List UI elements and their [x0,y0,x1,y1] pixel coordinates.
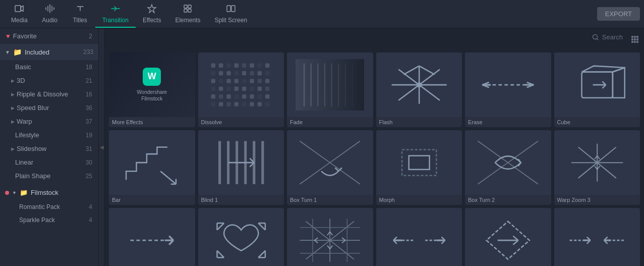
svg-rect-54 [242,94,246,99]
sidebar-item-ripple[interactable]: ▶ Ripple & Dissolve 16 [0,87,98,101]
flash-label: Flash [376,117,462,127]
erase-thumb [465,52,551,117]
transition-more-effects[interactable]: W WondershareFilmstock More Effects [109,52,195,127]
col-merge-thumb [554,208,640,266]
fade-label: Fade [287,117,373,127]
svg-rect-28 [226,71,231,76]
svg-rect-11 [636,36,638,38]
svg-rect-59 [218,102,223,107]
sidebar-item-warp[interactable]: ▶ Warp 37 [0,115,98,128]
svg-rect-50 [211,94,215,99]
toolbar-item-elements[interactable]: Elements [168,0,207,28]
transition-warp-zoom-3[interactable]: Warp Zoom 3 [554,130,640,205]
transition-box-turn-1[interactable]: Box Turn 1 [287,130,373,205]
svg-rect-57 [265,94,269,99]
3d-count: 21 [86,77,92,84]
transition-evaporate-2[interactable]: Evaporate 2 [465,208,551,266]
transition-morph[interactable]: Morph [376,130,462,205]
transition-fade[interactable]: Fade [287,52,373,127]
svg-rect-29 [234,71,239,76]
transition-blind1[interactable]: Blind 1 [198,130,284,205]
bar-label: Bar [109,195,195,205]
export-button[interactable]: EXPORT [597,7,640,21]
folder-icon-filmstock: 📁 [20,189,28,196]
svg-rect-34 [211,79,215,83]
filmstock-label: Filmstock [31,189,58,196]
sidebar-item-3d[interactable]: ▶ 3D 21 [0,74,98,87]
svg-rect-19 [218,63,223,68]
sidebar-item-favorite[interactable]: ♥ Favorite 2 [0,28,98,44]
sidebar-item-speed-blur[interactable]: ▶ Speed Blur 36 [0,101,98,115]
transition-box-turn-2[interactable]: Box Turn 2 [465,130,551,205]
svg-rect-9 [631,36,633,38]
warp-zoom-3-label: Warp Zoom 3 [554,195,640,205]
flash-thumb [376,52,462,117]
svg-rect-27 [218,71,223,76]
toolbar-item-media[interactable]: Media [4,0,35,28]
toolbar-item-audio[interactable]: Audio [35,0,65,28]
transition-flash[interactable]: Flash [376,52,462,127]
svg-rect-6 [227,6,230,12]
transition-erase-slide[interactable]: Erase Slide [109,208,195,266]
warp-zoom-3-thumb [554,130,640,195]
transition-col-split[interactable]: Col Split [376,208,462,266]
svg-rect-44 [226,86,231,91]
evaporate-2-thumb [465,208,551,266]
toolbar-item-titles[interactable]: Titles [65,0,95,28]
transition-icon [110,4,121,15]
warp-label: Warp [17,118,32,125]
sidebar-item-lifestyle[interactable]: Lifestyle 19 [0,128,98,142]
sparkle-pack-label: Sparkle Pack [19,217,55,224]
sidebar-item-slideshow[interactable]: ▶ Slideshow 31 [0,142,98,155]
split-screen-label: Split Screen [214,17,247,23]
svg-rect-7 [231,6,235,12]
heart-icon: ♥ [6,32,10,40]
transition-label: Transition [102,17,129,23]
transition-erase[interactable]: Erase [465,52,551,127]
more-effects-label: More Effects [109,117,195,127]
sidebar-item-sparkle-pack[interactable]: Sparkle Pack 4 [0,214,98,227]
media-label: Media [11,17,28,23]
toolbar-item-effects[interactable]: Effects [136,0,168,28]
svg-point-82 [417,82,422,87]
ripple-count: 16 [86,91,92,98]
transition-bar[interactable]: Bar [109,130,195,205]
transition-heart[interactable]: Heart [198,208,284,266]
sidebar-collapse-handle[interactable]: ◀ [99,28,105,266]
sidebar-item-included[interactable]: ▼ 📁 Included 233 [0,44,98,60]
search-bar[interactable]: Search [592,33,623,41]
svg-rect-0 [15,6,21,12]
svg-rect-17 [636,41,638,43]
svg-rect-43 [218,86,223,91]
svg-rect-42 [211,86,215,91]
toolbar-item-split-screen[interactable]: Split Screen [207,0,254,28]
lifestyle-count: 19 [86,132,92,139]
erase-slide-thumb [109,208,195,266]
svg-rect-36 [226,79,231,83]
sidebar-item-romantic-pack[interactable]: Romantic Pack 4 [0,200,98,214]
search-label: Search [602,33,623,41]
svg-rect-37 [234,79,239,83]
included-label: Included [25,48,49,56]
grid-view-icon[interactable] [631,35,639,45]
box-turn-1-label: Box Turn 1 [287,195,373,205]
sidebar-item-filmstock[interactable]: ▼ 📁 Filmstock [0,185,98,200]
bar-thumb [109,130,195,195]
transition-col-merge[interactable]: Col Merge [554,208,640,266]
svg-rect-40 [257,79,262,83]
search-icon [592,34,599,41]
transition-cube[interactable]: Cube [554,52,640,127]
sidebar-item-linear[interactable]: Linear 30 [0,155,98,169]
sidebar-item-basic[interactable]: Basic 18 [0,60,98,74]
svg-rect-21 [234,63,239,68]
svg-rect-3 [188,5,191,8]
toolbar-item-transition[interactable]: Transition [95,0,136,28]
svg-rect-20 [226,63,231,68]
svg-marker-1 [148,5,156,13]
svg-rect-15 [631,41,633,43]
dissolve-thumb [198,52,284,117]
sparkle-pack-count: 4 [89,217,92,224]
transition-dissolve[interactable]: Dissolve [198,52,284,127]
transition-warp-zoom-6[interactable]: Warp Zoom 6 [287,208,373,266]
sidebar-item-plain-shape[interactable]: Plain Shape 25 [0,169,98,183]
